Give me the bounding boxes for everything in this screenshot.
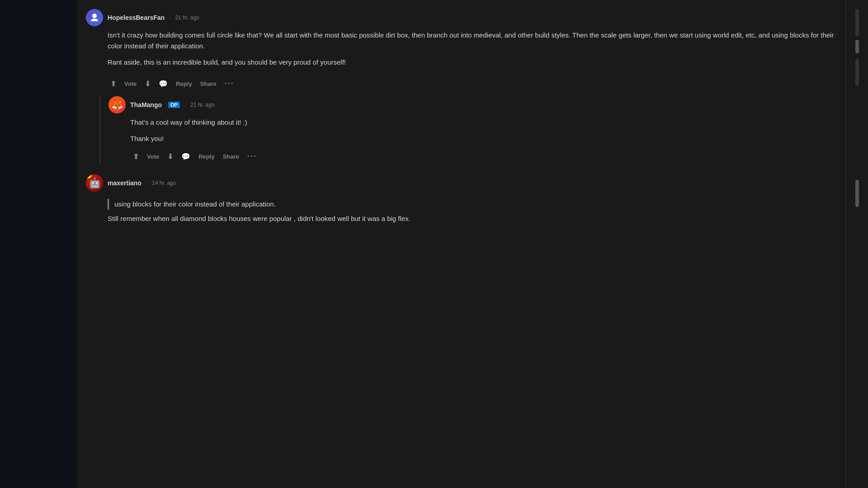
page-wrapper: HopelessBearsFan · 21 hr. ago Isn't it c… <box>0 0 868 488</box>
comment-hopelessbearsfan: HopelessBearsFan · 21 hr. ago Isn't it c… <box>86 9 836 164</box>
share-button-thamango[interactable]: Share <box>220 151 242 162</box>
snoo-notif-icon: ! <box>86 174 92 178</box>
upvote-button-1[interactable]: ⬆ <box>108 78 119 90</box>
comment-body-1: Isn't it crazy how building comes full c… <box>86 30 836 73</box>
scrollbar-track2[interactable] <box>855 59 859 86</box>
more-text-thamango: ··· <box>247 152 257 161</box>
downvote-icon-thamango: ⬇ <box>167 153 173 160</box>
comment-body-para1: Isn't it crazy how building comes full c… <box>108 30 836 52</box>
vote-text-1: Vote <box>124 80 137 87</box>
time-maxertiano: 14 hr. ago <box>152 180 176 186</box>
downvote-button-1[interactable]: ⬇ <box>142 78 153 90</box>
comment-reply-icon-1[interactable]: 💬 <box>156 78 170 90</box>
username-maxertiano[interactable]: maxertiano <box>108 179 142 187</box>
scrollbar-thumb2[interactable] <box>855 180 859 207</box>
avatar-maxertiano: ! 🤖 <box>86 174 103 192</box>
timestamp-maxertiano: · <box>146 180 147 186</box>
scrollbar-thumb[interactable] <box>855 40 859 53</box>
comment-body-thamango: That's a cool way of thinking about it! … <box>108 117 836 144</box>
upvote-icon-1: ⬆ <box>110 80 116 88</box>
comment-header-maxertiano: ! 🤖 maxertiano · 14 hr. ago <box>86 174 836 192</box>
scrollbar-track[interactable] <box>855 9 859 36</box>
downvote-button-thamango[interactable]: ⬇ <box>165 151 176 163</box>
svg-point-0 <box>92 14 97 18</box>
upvote-button-thamango[interactable]: ⬆ <box>130 151 142 163</box>
time-comment1: 21 hr. ago <box>175 14 199 21</box>
share-text-1: Share <box>200 80 217 87</box>
avatar-icon-hopeless <box>86 9 103 26</box>
share-text-thamango: Share <box>223 153 239 160</box>
reply-body-para1: That's a cool way of thinking about it! … <box>130 117 836 128</box>
vote-text-thamango: Vote <box>147 153 159 160</box>
more-button-1[interactable]: ··· <box>222 77 237 91</box>
reply-button-thamango[interactable]: Reply <box>196 151 217 162</box>
vote-label-thamango[interactable]: Vote <box>144 151 162 162</box>
comment-maxertiano: ! 🤖 maxertiano · 14 hr. ago using blocks… <box>86 174 836 230</box>
comment-actions-thamango: ⬆ Vote ⬇ 💬 Reply <box>108 150 836 164</box>
left-sidebar <box>0 0 77 488</box>
more-text-1: ··· <box>225 79 234 89</box>
avatar-thamango: 🦊 <box>108 96 126 113</box>
comment-thread: HopelessBearsFan · 21 hr. ago Isn't it c… <box>86 5 836 241</box>
downvote-icon-1: ⬇ <box>145 80 151 88</box>
comment-body-para2: Rant aside, this is an incredible build,… <box>108 57 836 68</box>
comment-reply-icon-thamango[interactable]: 💬 <box>179 151 193 163</box>
maxertiano-body-para1: Still remember when all diamond blocks h… <box>108 213 836 224</box>
comment-actions-1: ⬆ Vote ⬇ 💬 Reply Share <box>86 77 836 91</box>
reply-text-1: Reply <box>176 80 192 87</box>
reply-body-para2: Thank you! <box>130 133 836 144</box>
more-button-thamango[interactable]: ··· <box>245 150 259 164</box>
op-badge-thamango: OP <box>168 102 180 108</box>
comment-header-thamango: 🦊 ThaMango OP · 21 hr. ago <box>108 96 836 113</box>
reply-icon-1: 💬 <box>159 80 168 88</box>
time-thamango: 21 hr. ago <box>190 102 214 108</box>
timestamp-thamango: · <box>184 102 186 108</box>
reply-icon-thamango: 💬 <box>181 153 190 160</box>
upvote-icon-thamango: ⬆ <box>133 153 139 160</box>
comment-header-1: HopelessBearsFan · 21 hr. ago <box>86 9 836 26</box>
reply-button-1[interactable]: Reply <box>173 78 194 89</box>
vote-label-1[interactable]: Vote <box>122 78 139 89</box>
username-hopelessbearsfan[interactable]: HopelessBearsFan <box>108 14 165 21</box>
timestamp-comment1: · <box>169 14 170 21</box>
avatar-icon-thamango: 🦊 <box>108 96 126 113</box>
nested-comment-thamango: 🦊 ThaMango OP · 21 hr. ago That's a cool… <box>99 96 836 164</box>
avatar-hopelessbearsfan <box>86 9 103 26</box>
comment-body-maxertiano: using blocks for their color instead of … <box>86 195 836 230</box>
right-sidebar <box>845 0 868 488</box>
avatar-icon-maxertiano: ! 🤖 <box>86 174 103 192</box>
main-content: HopelessBearsFan · 21 hr. ago Isn't it c… <box>77 0 845 488</box>
username-thamango[interactable]: ThaMango <box>130 101 162 108</box>
blockquote-maxertiano: using blocks for their color instead of … <box>108 199 836 210</box>
reply-text-thamango: Reply <box>198 153 214 160</box>
share-button-1[interactable]: Share <box>198 78 219 89</box>
